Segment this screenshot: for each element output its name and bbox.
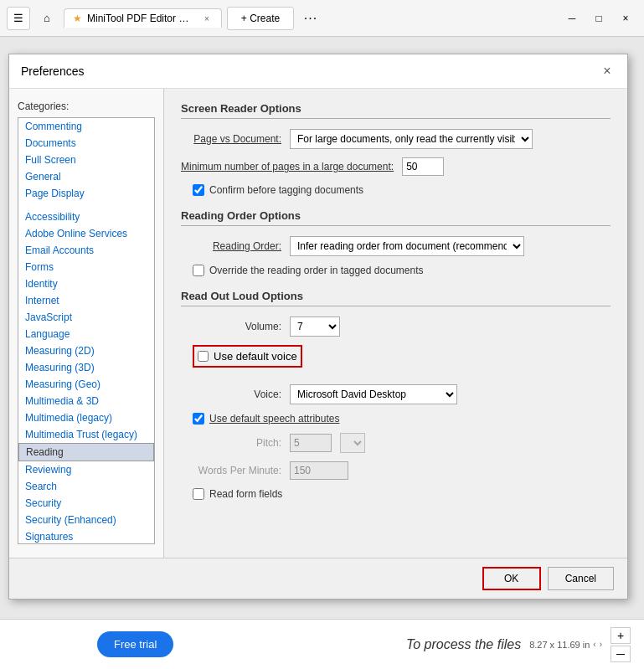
browser-home-button[interactable]: ⌂ (35, 7, 59, 30)
volume-row: Volume: 7 (181, 316, 611, 337)
process-text: To process the files (406, 637, 521, 652)
confirm-tagging-row: Confirm before tagging documents (193, 184, 611, 196)
page-vs-doc-label: Page vs Document: (181, 133, 281, 145)
settings-panel: Screen Reader Options Page vs Document: … (164, 89, 627, 558)
wpm-row: Words Per Minute: (181, 461, 611, 480)
cancel-button[interactable]: Cancel (548, 567, 614, 590)
minimize-button[interactable]: ─ (560, 7, 584, 30)
use-default-voice-container: Use default voice (193, 345, 611, 376)
confirm-tagging-checkbox[interactable] (193, 184, 204, 196)
sidebar-item-language[interactable]: Language (18, 326, 154, 342)
sidebar-item-internet[interactable]: Internet (18, 292, 154, 309)
voice-select[interactable]: Microsoft David Desktop (290, 384, 457, 404)
sidebar-item-accessibility[interactable]: Accessibility (18, 208, 154, 225)
pitch-row: Pitch: (181, 433, 611, 453)
sidebar-item-adobe-online[interactable]: Adobe Online Services (18, 225, 154, 242)
sidebar-item-search[interactable]: Search (18, 478, 154, 495)
default-speech-checkbox[interactable] (193, 413, 204, 425)
horizontal-scrollbar: 8.27 x 11.69 in ‹ › (529, 640, 602, 650)
sidebar-item-signatures[interactable]: Signatures (18, 528, 154, 544)
read-form-fields-checkbox[interactable] (193, 488, 204, 500)
tab-title: MiniTool PDF Editor Use... (87, 13, 196, 24)
sidebar-item-multimedia3d[interactable]: Multimedia & 3D (18, 393, 154, 409)
page-dimensions: 8.27 x 11.69 in (529, 640, 590, 650)
zoom-in-button[interactable]: + (611, 627, 631, 644)
reading-order-row: Reading Order: Infer reading order from … (181, 236, 611, 256)
use-default-voice-highlight-box: Use default voice (193, 345, 302, 368)
zoom-out-button[interactable]: ─ (611, 646, 631, 662)
pitch-input (290, 434, 332, 452)
volume-select[interactable]: 7 (290, 316, 340, 337)
bottom-right-controls: To process the files 8.27 x 11.69 in ‹ ›… (406, 627, 631, 662)
default-speech-row: Use default speech attributes (193, 413, 611, 425)
wpm-label: Words Per Minute: (181, 465, 281, 476)
use-default-voice-label: Use default voice (214, 350, 297, 363)
bottom-bar: Free trial To process the files 8.27 x 1… (0, 619, 644, 669)
sidebar-item-security[interactable]: Security (18, 495, 154, 512)
scroll-right-button[interactable]: › (600, 640, 602, 649)
reading-order-section-title: Reading Order Options (181, 209, 611, 226)
preferences-dialog: Preferences × Categories: Commenting Doc… (8, 54, 628, 600)
zoom-controls: + ─ (611, 627, 631, 662)
content-area: Preferences × Categories: Commenting Doc… (0, 37, 644, 669)
tab-favicon: ★ (73, 13, 82, 24)
voice-label: Voice: (181, 389, 281, 400)
cat-separator-1 (18, 202, 154, 208)
read-form-fields-label: Read form fields (209, 488, 282, 500)
browser-menu-button[interactable]: ☰ (7, 7, 30, 30)
read-form-fields-row: Read form fields (193, 488, 611, 500)
sidebar-item-forms[interactable]: Forms (18, 259, 154, 275)
free-trial-button[interactable]: Free trial (97, 631, 173, 657)
categories-list[interactable]: Commenting Documents Full Screen General… (18, 117, 155, 544)
sidebar-item-multimedia-legacy[interactable]: Multimedia (legacy) (18, 409, 154, 426)
dialog-title: Preferences (21, 64, 84, 78)
sidebar-item-multimedia-trust[interactable]: Multimedia Trust (legacy) (18, 426, 154, 443)
override-reading-order-row: Override the reading order in tagged doc… (193, 265, 611, 276)
override-reading-order-label: Override the reading order in tagged doc… (209, 265, 424, 276)
sidebar-item-fullscreen[interactable]: Full Screen (18, 152, 154, 168)
sidebar-item-commenting[interactable]: Commenting (18, 118, 154, 135)
sidebar-item-documents[interactable]: Documents (18, 135, 154, 152)
home-icon: ⌂ (44, 12, 50, 24)
wpm-input (290, 461, 348, 480)
sidebar-item-javascript[interactable]: JavaScript (18, 309, 154, 326)
sidebar-item-measuring2d[interactable]: Measuring (2D) (18, 342, 154, 359)
pitch-unit-select (340, 433, 365, 453)
ok-button[interactable]: OK (482, 567, 541, 590)
restore-button[interactable]: □ (587, 7, 611, 30)
page-vs-doc-row: Page vs Document: For large documents, o… (181, 129, 611, 149)
override-reading-order-checkbox[interactable] (193, 265, 204, 276)
dialog-titlebar: Preferences × (9, 54, 627, 89)
window-controls: ─ □ × (560, 7, 637, 30)
window-close-button[interactable]: × (614, 7, 637, 30)
reading-order-select[interactable]: Infer reading order from document (recom… (290, 236, 524, 256)
sidebar-item-general[interactable]: General (18, 168, 154, 185)
screen-reader-section-title: Screen Reader Options (181, 102, 611, 119)
sidebar-item-email-accounts[interactable]: Email Accounts (18, 242, 154, 259)
categories-panel: Categories: Commenting Documents Full Sc… (9, 89, 164, 558)
dialog-footer: OK Cancel (9, 558, 627, 599)
tab-close-icon[interactable]: × (201, 13, 213, 24)
page-vs-doc-select[interactable]: For large documents, only read the curre… (290, 129, 533, 149)
sidebar-item-measuringgeo[interactable]: Measuring (Geo) (18, 376, 154, 393)
scroll-left-button[interactable]: ‹ (593, 640, 595, 649)
default-speech-label: Use default speech attributes (209, 413, 339, 425)
sidebar-item-reading[interactable]: Reading (18, 443, 154, 461)
new-tab-button[interactable]: + Create (227, 7, 294, 30)
use-default-voice-checkbox[interactable] (198, 351, 209, 362)
sidebar-item-identity[interactable]: Identity (18, 275, 154, 292)
browser-tab[interactable]: ★ MiniTool PDF Editor Use... × (64, 8, 222, 28)
browser-chrome: ☰ ⌂ ★ MiniTool PDF Editor Use... × + Cre… (0, 0, 644, 37)
browser-more-button[interactable]: ··· (299, 7, 322, 30)
min-pages-row: Minimum number of pages in a large docum… (181, 157, 611, 176)
min-pages-input[interactable] (402, 157, 444, 176)
min-pages-label: Minimum number of pages in a large docum… (181, 161, 394, 172)
dialog-close-button[interactable]: × (599, 63, 616, 80)
sidebar-item-security-enhanced[interactable]: Security (Enhanced) (18, 512, 154, 528)
sidebar-item-pagedisplay[interactable]: Page Display (18, 185, 154, 202)
hamburger-icon: ☰ (13, 12, 23, 24)
sidebar-item-measuring3d[interactable]: Measuring (3D) (18, 359, 154, 376)
dialog-body: Categories: Commenting Documents Full Sc… (9, 89, 627, 558)
read-out-loud-section-title: Read Out Loud Options (181, 290, 611, 306)
sidebar-item-reviewing[interactable]: Reviewing (18, 461, 154, 478)
